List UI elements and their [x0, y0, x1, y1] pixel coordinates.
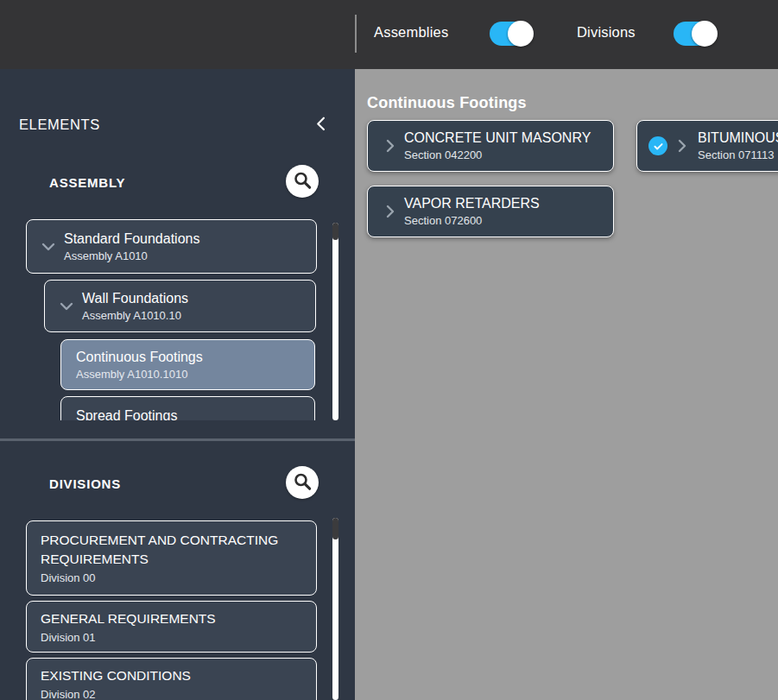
chevron-down-icon[interactable] [38, 236, 59, 257]
divisions-toggle[interactable] [674, 22, 717, 46]
tree-item-subtitle: Assembly A1010.10 [82, 309, 315, 323]
division-title: EXISTING CONDITIONS [41, 666, 302, 685]
assembly-panel-title: ASSEMBLY [49, 175, 125, 190]
divisions-toggle-label: Divisions [577, 24, 636, 41]
divisions-scrollbar-thumb[interactable] [332, 518, 338, 539]
divisions-toggle-thumb [692, 21, 718, 47]
divisions-search-button[interactable] [286, 466, 319, 499]
tree-item-subtitle: Assembly A1010 [64, 249, 316, 263]
section-card-title: CONCRETE UNIT MASONRY [404, 129, 613, 146]
section-card-title: BITUMINOUS [698, 129, 778, 146]
divisions-panel-title: DIVISIONS [49, 476, 121, 491]
chevron-right-icon[interactable] [672, 136, 693, 156]
top-bar-divider [355, 15, 357, 53]
search-icon [292, 170, 313, 193]
tree-item-spread-footings[interactable]: Spread Footings [60, 396, 315, 420]
division-title: PROCUREMENT AND CONTRACTING REQUIREMENTS [41, 531, 302, 569]
sidebar-collapse-button[interactable] [311, 114, 332, 135]
section-card-concrete-unit-masonry[interactable]: CONCRETE UNIT MASONRY Section 042200 [367, 120, 614, 172]
tree-item-title: Spread Footings [76, 407, 314, 421]
division-subtitle: Division 02 [41, 688, 302, 700]
sidebar: ELEMENTS ASSEMBLY Standard Foundations A… [0, 69, 355, 700]
assemblies-toggle-thumb [508, 21, 534, 47]
division-item-02[interactable]: EXISTING CONDITIONS Division 02 [26, 658, 317, 700]
tree-item-title: Standard Foundations [64, 230, 316, 248]
assembly-search-button[interactable] [286, 165, 319, 198]
section-card-subtitle: Section 071113 [698, 148, 778, 162]
assembly-tree: Standard Foundations Assembly A1010 Wall… [0, 219, 328, 420]
section-card-subtitle: Section 072600 [404, 214, 613, 228]
top-bar: Assemblies Divisions [0, 0, 778, 69]
assemblies-toggle-label: Assemblies [374, 24, 448, 41]
sidebar-title: ELEMENTS [19, 117, 100, 133]
page-title: Continuous Footings [367, 94, 527, 112]
tree-item-subtitle: Assembly A1010.1010 [76, 368, 314, 382]
tree-item-title: Wall Foundations [82, 290, 315, 307]
assemblies-toggle[interactable] [490, 22, 533, 46]
division-subtitle: Division 00 [41, 571, 302, 585]
section-card-bituminous[interactable]: BITUMINOUS Section 071113 [636, 120, 778, 172]
section-card-subtitle: Section 042200 [404, 148, 613, 162]
tree-item-wall-foundations[interactable]: Wall Foundations Assembly A1010.10 [44, 280, 316, 332]
assembly-scrollbar-thumb[interactable] [332, 223, 338, 240]
search-icon [292, 471, 313, 495]
division-item-00[interactable]: PROCUREMENT AND CONTRACTING REQUIREMENTS… [26, 520, 317, 596]
division-item-01[interactable]: GENERAL REQUIREMENTS Division 01 [26, 601, 317, 653]
check-circle-icon [648, 136, 667, 155]
chevron-right-icon[interactable] [380, 136, 401, 156]
chevron-down-icon[interactable] [56, 296, 77, 317]
tree-item-continuous-footings[interactable]: Continuous Footings Assembly A1010.1010 [60, 339, 315, 390]
divisions-scrollbar[interactable] [332, 518, 338, 700]
panel-divider [0, 438, 355, 441]
division-subtitle: Division 01 [41, 631, 302, 645]
division-title: GENERAL REQUIREMENTS [41, 609, 302, 628]
assembly-scrollbar[interactable] [332, 223, 338, 420]
chevron-left-icon [313, 115, 330, 135]
main-content: Continuous Footings CONCRETE UNIT MASONR… [355, 69, 778, 700]
section-card-vapor-retarders[interactable]: VAPOR RETARDERS Section 072600 [367, 186, 614, 237]
tree-item-standard-foundations[interactable]: Standard Foundations Assembly A1010 [26, 219, 317, 274]
section-card-title: VAPOR RETARDERS [404, 195, 613, 211]
chevron-right-icon[interactable] [380, 201, 401, 222]
tree-item-title: Continuous Footings [76, 349, 314, 366]
divisions-list: PROCUREMENT AND CONTRACTING REQUIREMENTS… [0, 520, 328, 700]
